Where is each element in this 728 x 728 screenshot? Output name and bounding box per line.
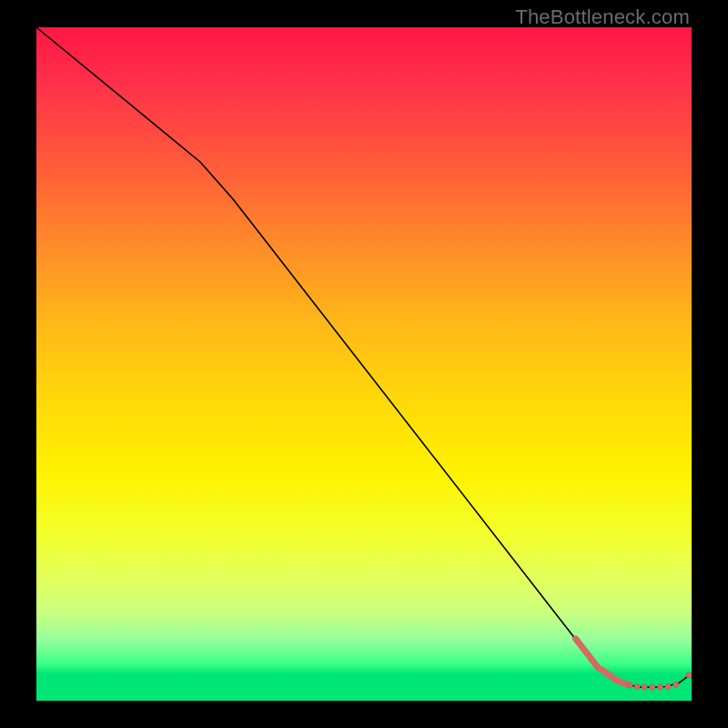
chart-overlay [36, 27, 692, 701]
chart-frame: TheBottleneck.com [0, 0, 728, 728]
bottleneck-curve [36, 27, 692, 687]
curve-data-point [627, 682, 632, 688]
curve-data-point [634, 683, 640, 689]
curve-markers [576, 639, 693, 691]
curve-data-segment [576, 639, 599, 669]
curve-data-point [642, 684, 647, 690]
curve-data-point [650, 684, 655, 690]
curve-data-point [686, 672, 692, 678]
watermark-text: TheBottleneck.com [515, 5, 690, 29]
curve-data-segment [618, 681, 627, 684]
curve-data-point [665, 683, 671, 689]
curve-data-segment [602, 670, 617, 681]
curve-data-point [657, 684, 662, 690]
curve-data-point [673, 682, 679, 687]
